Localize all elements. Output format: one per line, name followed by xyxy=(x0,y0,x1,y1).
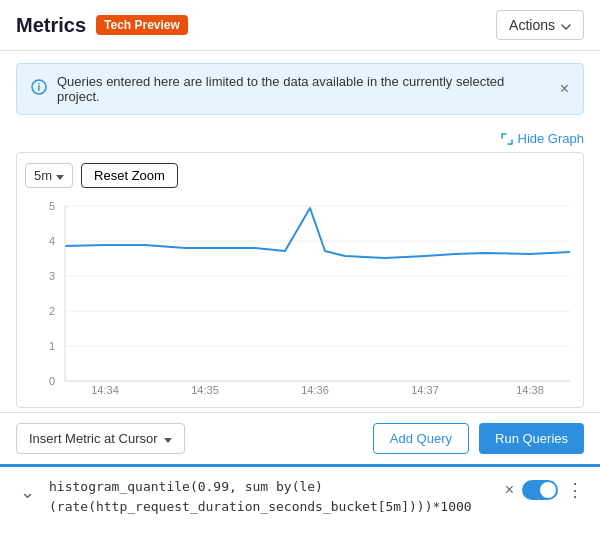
time-range-select[interactable]: 5m xyxy=(25,163,73,188)
query-text-container: histogram_quantile(0.99, sum by(le) (rat… xyxy=(49,477,495,516)
bottom-toolbar: Insert Metric at Cursor Add Query Run Qu… xyxy=(0,412,600,464)
info-banner: i Queries entered here are limited to th… xyxy=(16,63,584,115)
svg-text:14:36: 14:36 xyxy=(301,384,329,396)
header-left: Metrics Tech Preview xyxy=(16,14,188,37)
svg-text:1: 1 xyxy=(49,340,55,352)
svg-text:5: 5 xyxy=(49,200,55,212)
svg-text:4: 4 xyxy=(49,235,55,247)
tech-preview-badge: Tech Preview xyxy=(96,15,188,35)
time-select-value: 5m xyxy=(34,168,52,183)
svg-text:14:34: 14:34 xyxy=(91,384,119,396)
insert-metric-button[interactable]: Insert Metric at Cursor xyxy=(16,423,185,454)
svg-text:3: 3 xyxy=(49,270,55,282)
chevron-down-icon xyxy=(56,168,64,183)
page-header: Metrics Tech Preview Actions xyxy=(0,0,600,51)
graph-toggle-row: Hide Graph xyxy=(0,127,600,152)
chevron-down-icon xyxy=(561,17,571,33)
close-icon[interactable]: × xyxy=(560,80,569,98)
close-icon[interactable]: × xyxy=(505,481,514,499)
info-icon: i xyxy=(31,79,47,99)
svg-text:14:38: 14:38 xyxy=(516,384,544,396)
query-actions: × ⋮ xyxy=(505,479,584,501)
expand-icon[interactable]: ⌄ xyxy=(16,479,39,505)
hide-graph-button[interactable]: Hide Graph xyxy=(500,131,584,146)
add-query-button[interactable]: Add Query xyxy=(373,423,469,454)
svg-text:0: 0 xyxy=(49,375,55,387)
run-queries-button[interactable]: Run Queries xyxy=(479,423,584,454)
line-chart: 5 4 3 2 1 0 14:34 14:35 14:36 14:37 14:3… xyxy=(25,196,577,396)
insert-metric-label: Insert Metric at Cursor xyxy=(29,431,158,446)
chart-area: 5 4 3 2 1 0 14:34 14:35 14:36 14:37 14:3… xyxy=(25,196,575,399)
reset-zoom-button[interactable]: Reset Zoom xyxy=(81,163,178,188)
query-row: ⌄ histogram_quantile(0.99, sum by(le) (r… xyxy=(0,464,600,526)
more-options-icon[interactable]: ⋮ xyxy=(566,479,584,501)
svg-text:i: i xyxy=(38,82,41,93)
hide-graph-label: Hide Graph xyxy=(518,131,584,146)
svg-text:2: 2 xyxy=(49,305,55,317)
query-line-1: histogram_quantile(0.99, sum by(le) xyxy=(49,479,323,494)
page-title: Metrics xyxy=(16,14,86,37)
actions-label: Actions xyxy=(509,17,555,33)
actions-button[interactable]: Actions xyxy=(496,10,584,40)
query-line-2: (rate(http_request_duration_seconds_buck… xyxy=(49,499,472,514)
chart-controls: 5m Reset Zoom xyxy=(25,163,575,188)
svg-text:14:35: 14:35 xyxy=(191,384,219,396)
resize-icon xyxy=(500,132,514,146)
toolbar-right: Add Query Run Queries xyxy=(373,423,584,454)
info-banner-text: Queries entered here are limited to the … xyxy=(57,74,550,104)
chart-container: 5m Reset Zoom 5 4 3 2 1 0 14:34 14:35 14… xyxy=(16,152,584,408)
svg-text:14:37: 14:37 xyxy=(411,384,439,396)
chevron-down-icon xyxy=(164,431,172,446)
query-toggle[interactable] xyxy=(522,480,558,500)
